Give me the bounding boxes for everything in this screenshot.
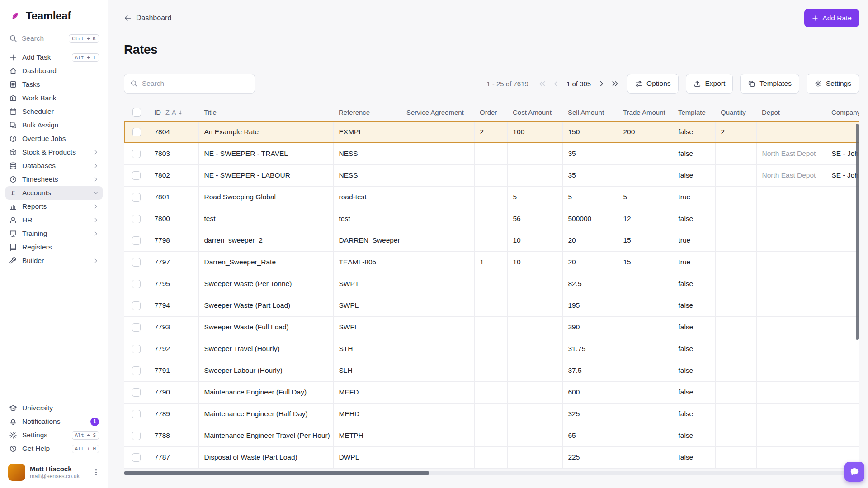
last-page-button[interactable] <box>610 79 620 89</box>
templates-button[interactable]: Templates <box>740 74 799 94</box>
table-row[interactable]: 7793Sweeper Waste (Full Load)SWFL390fals… <box>124 316 859 338</box>
table-row[interactable]: 7791Sweeper Labour (Hourly)SLH37.5false <box>124 360 859 381</box>
select-all-checkbox[interactable] <box>132 108 141 117</box>
kebab-menu-icon[interactable] <box>92 469 100 476</box>
sort-indicator[interactable]: Z-A <box>165 109 184 116</box>
row-checkbox[interactable] <box>132 453 141 462</box>
export-button[interactable]: Export <box>686 74 733 94</box>
sidebar-item-hr[interactable]: HR <box>5 213 103 227</box>
add-rate-button[interactable]: Add Rate <box>804 9 859 27</box>
row-checkbox[interactable] <box>132 150 141 158</box>
cell-quantity <box>715 230 756 251</box>
search-icon <box>130 80 138 88</box>
column-header-template[interactable]: Template <box>673 104 715 121</box>
user-icon <box>9 216 17 224</box>
row-checkbox-cell <box>124 121 149 143</box>
row-checkbox[interactable] <box>132 280 141 288</box>
row-checkbox[interactable] <box>132 301 141 310</box>
sidebar-item-timesheets[interactable]: Timesheets <box>5 173 103 186</box>
sidebar-item-overdue-jobs[interactable]: Overdue Jobs <box>5 132 103 145</box>
sidebar-item-get-help[interactable]: Get HelpAlt + H <box>5 442 103 455</box>
table-row[interactable]: 7803NE - SWEEPER - TRAVELNESS35falseNort… <box>124 143 859 164</box>
column-header-trade-amount[interactable]: Trade Amount <box>618 104 673 121</box>
column-header-cost-amount[interactable]: Cost Amount <box>507 104 562 121</box>
row-checkbox[interactable] <box>132 388 141 397</box>
sidebar-item-settings[interactable]: SettingsAlt + S <box>5 428 103 442</box>
column-header-reference[interactable]: Reference <box>333 104 401 121</box>
add-rate-label: Add Rate <box>822 14 852 22</box>
sidebar-item-tasks[interactable]: Tasks <box>5 78 103 91</box>
table-search[interactable] <box>124 74 255 94</box>
column-header-quantity[interactable]: Quantity <box>715 104 756 121</box>
row-checkbox[interactable] <box>132 410 141 418</box>
column-header-depot[interactable]: Depot <box>756 104 826 121</box>
table-row[interactable]: 7802NE - SWEEPER - LABOURNESS35falseNort… <box>124 164 859 186</box>
table-row[interactable]: 7804An Example RateEXMPL2100150200false2 <box>124 121 859 143</box>
table-row[interactable]: 7787Disposal of Waste (Part Load)DWPL225… <box>124 446 859 468</box>
sidebar-item-dashboard[interactable]: Dashboard <box>5 64 103 78</box>
table-row[interactable]: 7789Maintenance Engineer (Half Day)MEHD3… <box>124 403 859 425</box>
next-page-button[interactable] <box>596 79 606 89</box>
table-row[interactable]: 7795Sweeper Waste (Per Tonne)SWPT82.5fal… <box>124 273 859 295</box>
cell-service-agreement <box>401 295 474 316</box>
cell-sell-amount: 31.75 <box>562 338 618 360</box>
horizontal-scrollbar-thumb[interactable] <box>124 471 429 475</box>
table-row[interactable]: 7794Sweeper Waste (Part Load)SWPL195fals… <box>124 295 859 316</box>
sidebar-item-builder[interactable]: Builder <box>5 254 103 267</box>
table-row[interactable]: 7801Road Sweeping Globalroad-test555true <box>124 186 859 208</box>
table-header-row: IDZ-ATitleReferenceService AgreementOrde… <box>124 104 859 121</box>
sidebar-item-training[interactable]: Training <box>5 227 103 240</box>
row-checkbox[interactable] <box>132 345 141 353</box>
vertical-scrollbar[interactable] <box>856 124 859 340</box>
column-header-title[interactable]: Title <box>198 104 333 121</box>
column-header-id[interactable]: IDZ-A <box>149 104 198 121</box>
column-header-service-agreement[interactable]: Service Agreement <box>401 104 474 121</box>
column-header-order[interactable]: Order <box>474 104 507 121</box>
table-row[interactable]: 7798darren_sweeper_2DARREN_Sweeper102015… <box>124 230 859 251</box>
table-row[interactable]: 7797Darren_Sweeper_RateTEAML-8051102015t… <box>124 251 859 273</box>
cell-depot <box>756 230 826 251</box>
horizontal-scrollbar[interactable] <box>124 471 859 475</box>
sidebar-item-work-bank[interactable]: Work Bank <box>5 91 103 105</box>
sidebar-item-university[interactable]: University <box>5 401 103 415</box>
table-row[interactable]: 7788Maintenance Engineer Travel (Per Hou… <box>124 425 859 446</box>
row-checkbox[interactable] <box>132 323 141 332</box>
sidebar-item-label: Tasks <box>22 80 40 89</box>
prev-page-button[interactable] <box>551 79 561 89</box>
sidebar-item-scheduler[interactable]: Scheduler <box>5 105 103 118</box>
row-checkbox[interactable] <box>132 128 141 136</box>
column-header-company[interactable]: Company <box>826 104 859 121</box>
row-checkbox[interactable] <box>132 366 141 375</box>
cell-sell-amount: 82.5 <box>562 273 618 295</box>
user-menu[interactable]: Matt Hiscock matt@senses.co.uk <box>5 459 103 483</box>
row-checkbox[interactable] <box>132 193 141 202</box>
cell-depot <box>756 403 826 425</box>
row-checkbox[interactable] <box>132 236 141 245</box>
cell-depot <box>756 295 826 316</box>
table-row[interactable]: 7800testtest5650000012false <box>124 208 859 230</box>
row-checkbox[interactable] <box>132 258 141 267</box>
table-settings-button[interactable]: Settings <box>807 74 859 94</box>
search-input[interactable] <box>142 80 249 88</box>
row-checkbox-cell <box>124 403 149 425</box>
sidebar-item-bulk-assign[interactable]: Bulk Assign <box>5 118 103 132</box>
row-checkbox[interactable] <box>132 171 141 180</box>
sidebar-item-label: Get Help <box>22 445 50 453</box>
sidebar-item-notifications[interactable]: Notifications1 <box>5 415 103 428</box>
column-header-sell-amount[interactable]: Sell Amount <box>562 104 618 121</box>
sidebar-item-registers[interactable]: Registers <box>5 240 103 254</box>
sidebar-item-reports[interactable]: Reports <box>5 200 103 213</box>
chat-widget-button[interactable] <box>844 462 864 482</box>
row-checkbox[interactable] <box>132 432 141 440</box>
table-row[interactable]: 7790Maintenance Engineer (Full Day)MEFD6… <box>124 381 859 403</box>
table-row[interactable]: 7792Sweeper Travel (Hourly)STH31.75false <box>124 338 859 360</box>
sidebar-item-accounts[interactable]: £Accounts <box>5 186 103 200</box>
sidebar-item-add-task[interactable]: Add TaskAlt + T <box>5 51 103 64</box>
options-button[interactable]: Options <box>627 74 678 94</box>
sidebar-item-databases[interactable]: Databases <box>5 159 103 173</box>
row-checkbox[interactable] <box>132 215 141 223</box>
sidebar-item-stock-products[interactable]: Stock & Products <box>5 145 103 159</box>
back-to-dashboard[interactable]: Dashboard <box>124 14 171 22</box>
sidebar-search[interactable]: Search Ctrl + K <box>5 31 103 46</box>
first-page-button[interactable] <box>538 79 547 89</box>
